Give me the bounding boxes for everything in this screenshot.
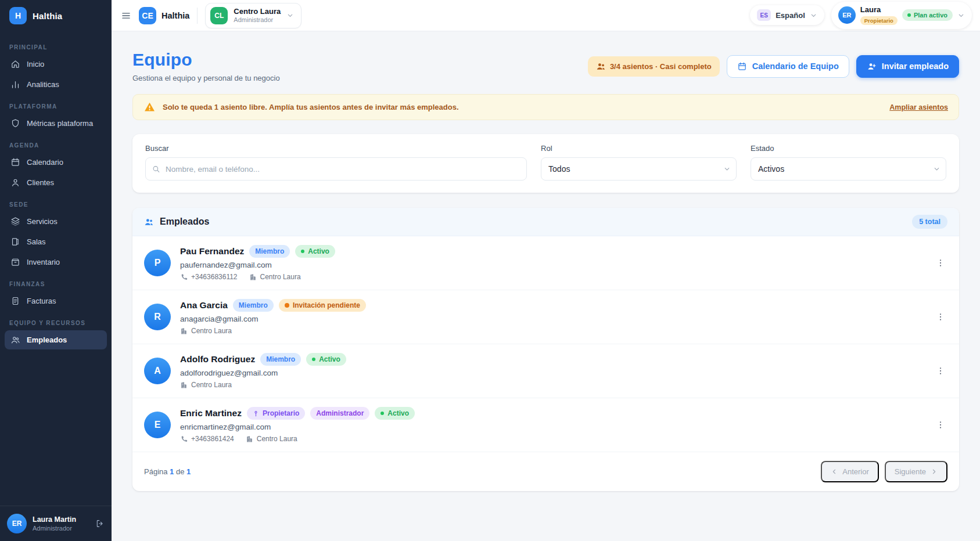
sidebar-item-metricas-plataforma[interactable]: Métricas plataforma [5, 114, 107, 133]
employee-row: R Ana GarciaMiembroInvitación pendiente … [132, 290, 959, 344]
sidebar-item-analiticas[interactable]: Analiticas [5, 75, 107, 94]
next-page-button[interactable]: Siguiente [885, 461, 947, 482]
status-dot-icon [285, 303, 289, 308]
sidebar-item-inicio[interactable]: Inicio [5, 55, 107, 74]
badge-member: Miembro [260, 353, 301, 366]
sidebar-user-name: Laura Martin [33, 515, 76, 524]
employee-email: anagarcia@gmail.com [180, 315, 924, 323]
divider [197, 8, 198, 24]
employee-email: adolforodriguez@gmail.com [180, 369, 924, 377]
role-select[interactable]: Todos [541, 157, 737, 181]
user-plus-icon [867, 62, 877, 71]
sidebar-item-empleados[interactable]: Empleados [5, 330, 107, 349]
language-flag-icon: ES [757, 9, 771, 21]
sidebar-section-label: PRINCIPAL [9, 44, 102, 51]
chart-icon [10, 80, 20, 89]
row-actions-menu-icon[interactable] [934, 364, 947, 378]
user-menu[interactable]: ER Laura Propietario Plan activo [831, 2, 972, 28]
employee-row: P Pau FernandezMiembroActivo paufernande… [132, 236, 959, 290]
seats-warning-banner: Solo te queda 1 asiento libre. Amplía tu… [132, 94, 959, 120]
sidebar-item-facturas[interactable]: Facturas [5, 291, 107, 311]
badge-admin: Administrador [310, 407, 369, 420]
chevron-left-icon [831, 468, 838, 475]
sidebar-section-label: PLATAFORMA [9, 103, 102, 110]
language-selector[interactable]: ES Español [750, 5, 824, 25]
search-icon [152, 165, 160, 174]
sidebar-item-label: Calendario [27, 158, 63, 167]
building-icon [180, 327, 188, 335]
phone-icon [180, 273, 188, 281]
sidebar-section-label: FINANZAS [9, 281, 102, 287]
owner-pin-icon [253, 410, 259, 417]
avatar: P [144, 250, 171, 276]
sidebar-item-label: Facturas [27, 297, 56, 305]
sidebar-item-clientes[interactable]: Clientes [5, 173, 107, 192]
employee-name: Pau Fernandez [180, 246, 244, 257]
building-icon [249, 273, 257, 281]
employee-center: Centro Laura [246, 435, 297, 443]
sidebar-nav: PRINCIPALInicioAnaliticasPLATAFORMAMétri… [0, 31, 112, 506]
sidebar-item-salas[interactable]: Salas [5, 232, 107, 251]
users-icon [596, 62, 606, 71]
filters-card: Buscar Rol Todos Estado Activos [132, 134, 959, 193]
sidebar-section-label: EQUIPO Y RECURSOS [9, 320, 102, 326]
status-dot-icon [380, 412, 384, 415]
workspace-avatar: CE [139, 7, 156, 24]
employee-center: Centro Laura [180, 381, 232, 389]
menu-icon[interactable] [121, 10, 131, 21]
expand-seats-link[interactable]: Ampliar asientos [889, 103, 948, 111]
status-select[interactable]: Activos [751, 157, 946, 181]
total-pages: 1 [186, 467, 191, 476]
seats-usage-badge: 3/4 asientos · Casi completo [588, 56, 720, 77]
chevron-down-icon [810, 12, 817, 19]
sidebar-item-inventario[interactable]: Inventario [5, 253, 107, 272]
center-selector[interactable]: CL Centro Laura Administrador [205, 3, 301, 28]
employees-card-header: Empleados 5 total [132, 208, 959, 236]
avatar: A [144, 358, 171, 384]
avatar: ER [7, 514, 27, 533]
building-icon [246, 435, 253, 443]
status-label: Estado [751, 144, 946, 153]
employee-row: A Adolfo RodriguezMiembroActivo adolforo… [132, 344, 959, 398]
pagination: Página 1 de 1 Anterior Siguiente [132, 452, 959, 491]
sidebar-item-label: Servicios [27, 217, 58, 226]
sidebar-item-label: Métricas plataforma [27, 119, 93, 128]
search-input[interactable] [145, 157, 527, 181]
sidebar-item-label: Inicio [27, 60, 44, 68]
users-icon [144, 217, 154, 227]
row-actions-menu-icon[interactable] [934, 418, 947, 432]
center-name: Centro Laura [234, 8, 281, 16]
sidebar: H Halthia PRINCIPALInicioAnaliticasPLATA… [0, 0, 112, 541]
avatar: E [144, 412, 171, 438]
topbar: CE Halthia CL Centro Laura Administrador… [112, 0, 980, 31]
employee-name: Enric Martinez [180, 408, 242, 419]
calendar-icon [737, 62, 747, 71]
team-calendar-button[interactable]: Calendario de Equipo [727, 55, 849, 78]
sidebar-footer: ER Laura Martin Administrador [0, 506, 112, 541]
layers-icon [10, 217, 20, 226]
row-actions-menu-icon[interactable] [934, 310, 947, 324]
employee-center: Centro Laura [180, 327, 232, 335]
chevron-down-icon [957, 12, 965, 19]
pagination-text: Página 1 de 1 [144, 467, 191, 476]
employee-phone: +3463861424 [180, 435, 234, 443]
employee-name: Ana Garcia [180, 300, 228, 311]
row-actions-menu-icon[interactable] [934, 256, 947, 270]
sidebar-item-label: Salas [27, 237, 46, 246]
logout-icon[interactable] [95, 519, 105, 528]
sidebar-section-label: AGENDA [9, 142, 102, 149]
box-icon [10, 257, 20, 267]
badge-active: Activo [306, 353, 346, 366]
previous-page-button[interactable]: Anterior [821, 461, 879, 482]
employee-row: E Enric MartinezPropietarioAdministrador… [132, 398, 959, 452]
invite-employee-button[interactable]: Invitar empleado [856, 55, 959, 78]
sidebar-item-calendario[interactable]: Calendario [5, 153, 107, 172]
sidebar-item-servicios[interactable]: Servicios [5, 212, 107, 231]
warning-icon [143, 101, 156, 113]
page-content: Equipo Gestiona el equipo y personal de … [112, 31, 980, 541]
sidebar-item-label: Inventario [27, 258, 60, 266]
status-dot-icon [312, 358, 315, 361]
chevron-down-icon [286, 12, 294, 19]
employee-phone: +34636836112 [180, 273, 238, 281]
workspace-name: Halthia [161, 11, 189, 20]
